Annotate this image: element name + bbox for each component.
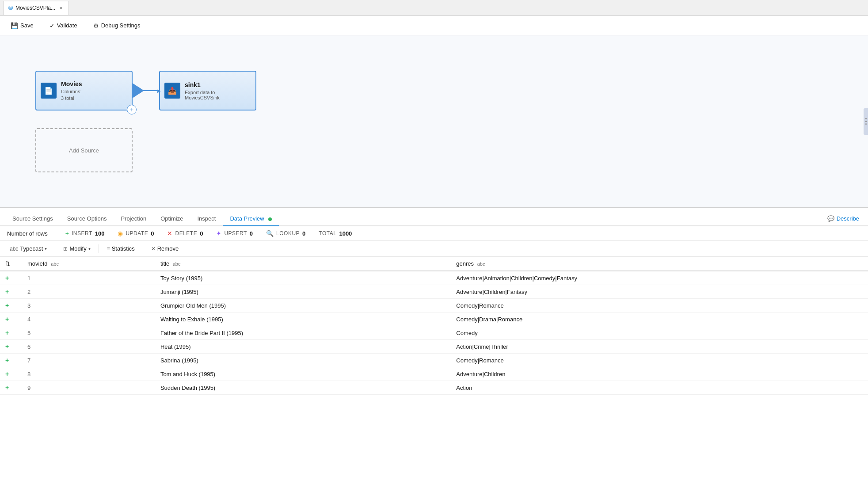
table-row: + 6 Heat (1995) Action|Crime|Thriller (0, 340, 868, 354)
add-source-button[interactable]: Add Source (35, 128, 133, 172)
tab-label: MoviesCSVPla... (15, 5, 55, 11)
row-marker: + (0, 299, 22, 312)
col-movieid-label: movieId (27, 260, 48, 267)
save-label: Save (20, 22, 34, 29)
upsert-icon: ✦ (216, 230, 221, 237)
col-title[interactable]: title abc (155, 257, 451, 271)
insert-label: INSERT (72, 230, 92, 236)
debug-settings-button[interactable]: ⚙ Debug Settings (90, 20, 144, 31)
delete-icon: ✕ (167, 230, 172, 237)
stats-bar: Number of rows + INSERT 100 ◉ UPDATE 0 ✕… (0, 226, 868, 241)
title-bar: ⛁ MoviesCSVPla... × (0, 0, 868, 16)
table-body: + 1 Toy Story (1995) Adventure|Animation… (0, 271, 868, 395)
separator-3 (143, 244, 143, 253)
row-title: Sudden Death (1995) (155, 381, 451, 395)
source-node[interactable]: 📄 Movies Columns: 3 total + (35, 71, 133, 110)
sort-arrows-icon: ⇅ (5, 260, 10, 267)
row-genres: Action|Crime|Thriller (451, 340, 868, 354)
modify-icon: ⊞ (63, 246, 68, 252)
col-movieid-type: abc (51, 261, 59, 267)
remove-icon: ✕ (151, 246, 156, 252)
typecast-icon: abc (10, 246, 18, 252)
row-movieid: 1 (22, 271, 155, 285)
validate-button[interactable]: ✓ Validate (46, 20, 81, 31)
col-genres[interactable]: genres abc (451, 257, 868, 271)
col-movieid[interactable]: movieId abc (22, 257, 155, 271)
update-icon: ◉ (118, 230, 123, 237)
resize-handle[interactable] (864, 108, 868, 135)
tab-inspect[interactable]: Inspect (190, 212, 223, 226)
row-marker: + (0, 354, 22, 367)
sink-node[interactable]: 📥 sink1 Export data to MoviesCSVSink (159, 71, 256, 110)
row-title: Waiting to Exhale (1995) (155, 312, 451, 326)
save-button[interactable]: 💾 Save (7, 20, 37, 31)
row-marker: + (0, 340, 22, 354)
data-table: ⇅ movieId abc title abc genres abc (0, 257, 868, 395)
row-title: Sabrina (1995) (155, 354, 451, 367)
lookup-value: 0 (302, 230, 305, 237)
source-node-columns-value: 3 total (61, 95, 82, 101)
row-genres: Comedy|Romance (451, 354, 868, 367)
arrow-icon: ▶ (157, 88, 161, 93)
tab-optimize[interactable]: Optimize (153, 212, 190, 226)
total-label: TOTAL (319, 230, 336, 236)
row-movieid: 7 (22, 354, 155, 367)
separator-2 (99, 244, 99, 253)
row-title: Toy Story (1995) (155, 271, 451, 285)
modify-caret: ▾ (88, 246, 91, 251)
tab-source-settings[interactable]: Source Settings (5, 212, 60, 226)
insert-icon: + (65, 230, 69, 237)
source-node-columns-label: Columns: (61, 89, 82, 94)
tab-source-options[interactable]: Source Options (60, 212, 114, 226)
tab-data-preview[interactable]: Data Preview (223, 212, 279, 226)
table-row: + 4 Waiting to Exhale (1995) Comedy|Dram… (0, 312, 868, 326)
tabs-bar: Source Settings Source Options Projectio… (0, 208, 868, 226)
statistics-button[interactable]: ≡ Statistics (103, 244, 139, 254)
table-row: + 2 Jumanji (1995) Adventure|Children|Fa… (0, 285, 868, 299)
row-title: Grumpier Old Men (1995) (155, 299, 451, 312)
delete-label: DELETE (175, 230, 197, 236)
remove-label: Remove (157, 245, 179, 252)
table-row: + 5 Father of the Bride Part II (1995) C… (0, 326, 868, 340)
title-tab[interactable]: ⛁ MoviesCSVPla... × (4, 1, 69, 15)
modify-button[interactable]: ⊞ Modify ▾ (59, 244, 95, 254)
row-marker: + (0, 312, 22, 326)
row-genres: Comedy (451, 326, 868, 340)
tab-projection[interactable]: Projection (114, 212, 153, 226)
update-value: 0 (151, 230, 154, 237)
col-title-label: title (160, 260, 169, 267)
row-marker: + (0, 285, 22, 299)
typecast-button[interactable]: abc Typecast ▾ (5, 244, 51, 254)
validate-label: Validate (57, 22, 77, 29)
remove-button[interactable]: ✕ Remove (147, 244, 183, 254)
statistics-icon: ≡ (107, 246, 110, 252)
source-node-info: Movies Columns: 3 total (61, 80, 82, 101)
row-genres: Comedy|Drama|Romance (451, 312, 868, 326)
row-genres: Adventure|Children|Fantasy (451, 285, 868, 299)
row-genres: Action (451, 381, 868, 395)
describe-label: Describe (837, 215, 859, 222)
row-movieid: 3 (22, 299, 155, 312)
upsert-value: 0 (250, 230, 253, 237)
stat-upsert: ✦ UPSERT 0 (216, 230, 253, 237)
row-movieid: 9 (22, 381, 155, 395)
modify-label: Modify (69, 245, 86, 252)
row-marker: + (0, 271, 22, 285)
upsert-label: UPSERT (224, 230, 247, 236)
describe-button[interactable]: 💬 Describe (824, 212, 863, 225)
debug-icon: ⚙ (93, 22, 99, 29)
table-header-row: ⇅ movieId abc title abc genres abc (0, 257, 868, 271)
describe-icon: 💬 (827, 215, 834, 222)
col-sort[interactable]: ⇅ (0, 257, 22, 271)
debug-settings-label: Debug Settings (101, 22, 141, 29)
typecast-label: Typecast (20, 245, 43, 252)
active-indicator (268, 217, 272, 221)
add-node-button[interactable]: + (127, 105, 137, 114)
toolbar: 💾 Save ✓ Validate ⚙ Debug Settings (0, 16, 868, 35)
close-button[interactable]: × (58, 5, 64, 11)
row-marker: + (0, 326, 22, 340)
validate-icon: ✓ (49, 22, 55, 29)
stat-insert: + INSERT 100 (65, 230, 105, 237)
stat-delete: ✕ DELETE 0 (167, 230, 203, 237)
row-title: Heat (1995) (155, 340, 451, 354)
